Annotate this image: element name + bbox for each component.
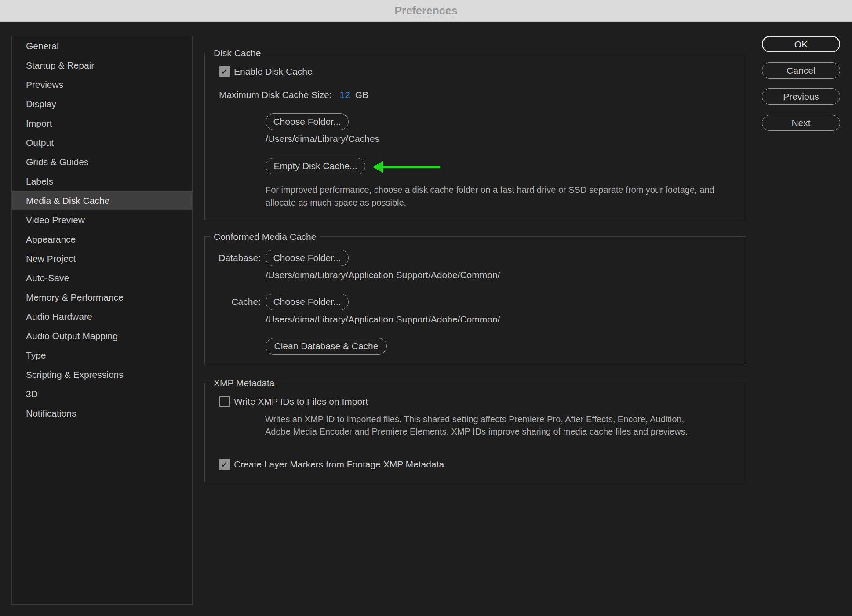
max-disk-cache-size-value[interactable]: 12 [340, 90, 350, 100]
cache-path: /Users/dima/Library/Application Support/… [266, 314, 500, 325]
sidebar-item-grids-guides[interactable]: Grids & Guides [12, 152, 192, 172]
sidebar-item-labels[interactable]: Labels [12, 172, 192, 191]
sidebar-item-general[interactable]: General [12, 36, 192, 56]
check-icon: ✓ [221, 66, 229, 77]
window-title: Preferences [394, 4, 457, 17]
sidebar-item-appearance[interactable]: Appearance [12, 230, 192, 249]
arrow-shaft [382, 166, 440, 168]
xmp-help-text: Writes an XMP ID to imported files. This… [265, 413, 711, 438]
sidebar-item-scripting-expressions[interactable]: Scripting & Expressions [12, 365, 192, 384]
clean-database-cache-button[interactable]: Clean Database & Cache [266, 338, 387, 355]
sidebar-item-auto-save[interactable]: Auto-Save [12, 268, 192, 288]
cache-label: Cache: [205, 294, 261, 310]
preferences-dialog: Preferences General Startup & Repair Pre… [0, 0, 852, 616]
arrow-head-icon [372, 161, 383, 173]
enable-disk-cache-checkbox[interactable]: ✓ [219, 66, 230, 77]
annotation-arrow [372, 161, 441, 173]
previous-button[interactable]: Previous [762, 88, 840, 105]
check-icon: ✓ [221, 459, 229, 470]
sidebar-item-audio-output-mapping[interactable]: Audio Output Mapping [12, 326, 192, 346]
write-xmp-ids-checkbox[interactable] [219, 396, 230, 407]
xmp-metadata-group: XMP Metadata Write XMP IDs to Files on I… [204, 383, 745, 482]
disk-cache-group: Disk Cache ✓ Enable Disk Cache Maximum D… [204, 53, 745, 220]
sidebar-item-video-preview[interactable]: Video Preview [12, 210, 192, 230]
conformed-media-cache-group-title: Conformed Media Cache [210, 231, 320, 243]
sidebar: General Startup & Repair Previews Displa… [11, 36, 193, 605]
titlebar: Preferences [0, 0, 852, 22]
sidebar-item-type[interactable]: Type [12, 346, 192, 365]
sidebar-item-audio-hardware[interactable]: Audio Hardware [12, 307, 192, 326]
sidebar-item-display[interactable]: Display [12, 94, 192, 114]
sidebar-item-new-project[interactable]: New Project [12, 249, 192, 268]
sidebar-item-3d[interactable]: 3D [12, 384, 192, 404]
sidebar-item-previews[interactable]: Previews [12, 75, 192, 94]
create-layer-markers-label: Create Layer Markers from Footage XMP Me… [234, 459, 444, 470]
sidebar-item-notifications[interactable]: Notifications [12, 404, 192, 423]
empty-disk-cache-button[interactable]: Empty Disk Cache... [266, 158, 365, 174]
cancel-button[interactable]: Cancel [762, 62, 840, 79]
disk-cache-choose-folder-button[interactable]: Choose Folder... [266, 113, 349, 130]
sidebar-item-import[interactable]: Import [12, 114, 192, 133]
conformed-media-cache-group: Conformed Media Cache Database: Choose F… [204, 236, 745, 365]
sidebar-item-memory-performance[interactable]: Memory & Performance [12, 288, 192, 307]
database-path: /Users/dima/Library/Application Support/… [266, 269, 500, 281]
max-disk-cache-size-label: Maximum Disk Cache Size: [219, 90, 332, 100]
disk-cache-help-text: For improved performance, choose a disk … [266, 184, 723, 209]
disk-cache-folder-path: /Users/dima/Library/Caches [266, 133, 379, 145]
enable-disk-cache-label: Enable Disk Cache [234, 66, 313, 77]
cache-choose-folder-button[interactable]: Choose Folder... [266, 294, 349, 310]
xmp-metadata-group-title: XMP Metadata [210, 377, 278, 389]
ok-button[interactable]: OK [762, 36, 840, 52]
sidebar-item-media-disk-cache[interactable]: Media & Disk Cache [12, 191, 192, 210]
database-choose-folder-button[interactable]: Choose Folder... [266, 250, 349, 266]
database-label: Database: [205, 250, 261, 266]
write-xmp-ids-label: Write XMP IDs to Files on Import [234, 396, 368, 407]
max-disk-cache-size-unit: GB [355, 90, 368, 100]
next-button[interactable]: Next [762, 115, 840, 131]
sidebar-item-output[interactable]: Output [12, 133, 192, 152]
disk-cache-group-title: Disk Cache [210, 47, 264, 59]
max-disk-cache-size-row: Maximum Disk Cache Size: 12 GB [219, 89, 368, 101]
sidebar-item-startup-repair[interactable]: Startup & Repair [12, 56, 192, 75]
create-layer-markers-checkbox[interactable]: ✓ [219, 459, 230, 470]
